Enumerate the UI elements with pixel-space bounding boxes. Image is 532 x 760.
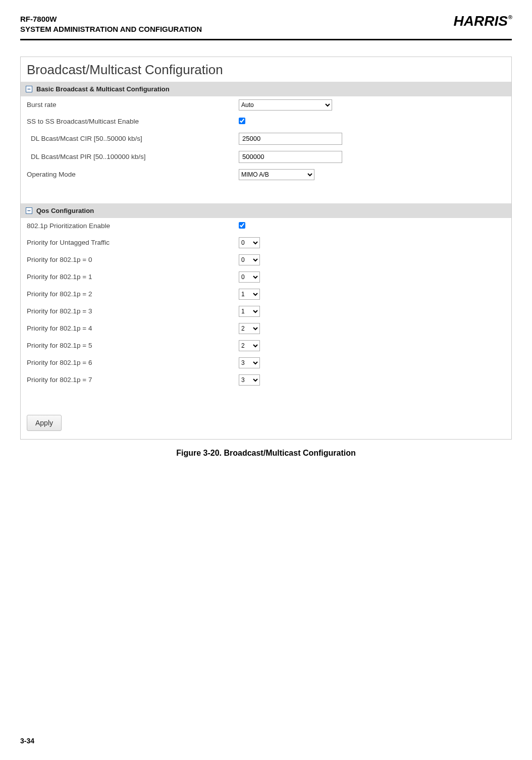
pir-label: DL Bcast/Mcast PIR [50..100000 kb/s] (27, 153, 239, 160)
config-panel: Broadcast/Multicast Configuration − Basi… (20, 57, 512, 440)
doc-subtitle: SYSTEM ADMINISTRATION AND CONFIGURATION (20, 24, 202, 34)
p7-label: Priority for 802.1p = 7 (27, 376, 239, 384)
row-p6: Priority for 802.1p = 6 3 (21, 354, 511, 371)
bottom-spacer (21, 389, 511, 405)
opmode-select[interactable]: MIMO A/B (239, 169, 314, 180)
page-number: 3-34 (20, 737, 34, 745)
p3-select[interactable]: 1 (239, 306, 260, 317)
row-cir: DL Bcast/Mcast CIR [50..50000 kb/s] (21, 130, 511, 148)
collapse-icon[interactable]: − (26, 207, 32, 214)
row-ss-enable: SS to SS Broadcast/Multicast Enable (21, 114, 511, 130)
row-p2: Priority for 802.1p = 2 1 (21, 286, 511, 303)
prio-enable-label: 802.1p Prioritization Enable (27, 222, 239, 230)
row-p0: Priority for 802.1p = 0 0 (21, 251, 511, 268)
apply-row: Apply (21, 405, 511, 439)
row-untagged: Priority for Untagged Traffic 0 (21, 234, 511, 251)
ss-enable-checkbox[interactable] (239, 118, 245, 124)
apply-button[interactable]: Apply (27, 415, 62, 431)
p1-select[interactable]: 0 (239, 272, 260, 283)
row-p3: Priority for 802.1p = 3 1 (21, 303, 511, 320)
registered-mark: ® (508, 14, 512, 20)
p7-select[interactable]: 3 (239, 374, 260, 386)
cir-label: DL Bcast/Mcast CIR [50..50000 kb/s] (27, 135, 239, 142)
row-burst-rate: Burst rate Auto (21, 96, 511, 114)
p4-label: Priority for 802.1p = 4 (27, 324, 239, 332)
row-p1: Priority for 802.1p = 1 0 (21, 268, 511, 286)
header-left: RF-7800W SYSTEM ADMINISTRATION AND CONFI… (20, 14, 202, 35)
brand-logo: HARRIS® (454, 13, 512, 29)
untagged-label: Priority for Untagged Traffic (27, 239, 239, 246)
section-qos-header[interactable]: − Qos Configuration (21, 203, 511, 218)
brand-text: HARRIS (454, 13, 508, 29)
section-basic-title: Basic Broadcast & Multicast Configuratio… (36, 85, 170, 93)
pir-input[interactable] (239, 151, 342, 163)
p0-select[interactable]: 0 (239, 254, 260, 265)
burst-rate-label: Burst rate (27, 101, 239, 108)
prio-enable-checkbox[interactable] (239, 222, 245, 229)
p2-select[interactable]: 1 (239, 289, 260, 300)
p3-label: Priority for 802.1p = 3 (27, 307, 239, 315)
p0-label: Priority for 802.1p = 0 (27, 256, 239, 263)
p1-label: Priority for 802.1p = 1 (27, 273, 239, 281)
untagged-select[interactable]: 0 (239, 237, 260, 248)
section-qos-title: Qos Configuration (36, 207, 94, 214)
p2-label: Priority for 802.1p = 2 (27, 290, 239, 298)
content-area: Broadcast/Multicast Configuration − Basi… (0, 40, 532, 458)
collapse-icon[interactable]: − (26, 86, 32, 92)
p6-label: Priority for 802.1p = 6 (27, 359, 239, 366)
figure-caption: Figure 3-20. Broadcast/Multicast Configu… (20, 440, 512, 458)
row-p4: Priority for 802.1p = 4 2 (21, 320, 511, 337)
panel-title: Broadcast/Multicast Configuration (21, 57, 511, 82)
model-number: RF-7800W (20, 14, 202, 24)
row-p7: Priority for 802.1p = 7 3 (21, 371, 511, 389)
ss-enable-label: SS to SS Broadcast/Multicast Enable (27, 118, 239, 125)
p5-label: Priority for 802.1p = 5 (27, 342, 239, 349)
cir-input[interactable] (239, 133, 342, 145)
section-spacer (21, 183, 511, 203)
row-opmode: Operating Mode MIMO A/B (21, 166, 511, 183)
page-header: RF-7800W SYSTEM ADMINISTRATION AND CONFI… (0, 0, 532, 39)
p4-select[interactable]: 2 (239, 323, 260, 334)
row-pir: DL Bcast/Mcast PIR [50..100000 kb/s] (21, 148, 511, 166)
row-prio-enable: 802.1p Prioritization Enable (21, 218, 511, 234)
p5-select[interactable]: 2 (239, 340, 260, 351)
section-basic-header[interactable]: − Basic Broadcast & Multicast Configurat… (21, 82, 511, 96)
row-p5: Priority for 802.1p = 5 2 (21, 337, 511, 354)
p6-select[interactable]: 3 (239, 357, 260, 368)
burst-rate-select[interactable]: Auto (239, 99, 332, 111)
opmode-label: Operating Mode (27, 171, 239, 178)
